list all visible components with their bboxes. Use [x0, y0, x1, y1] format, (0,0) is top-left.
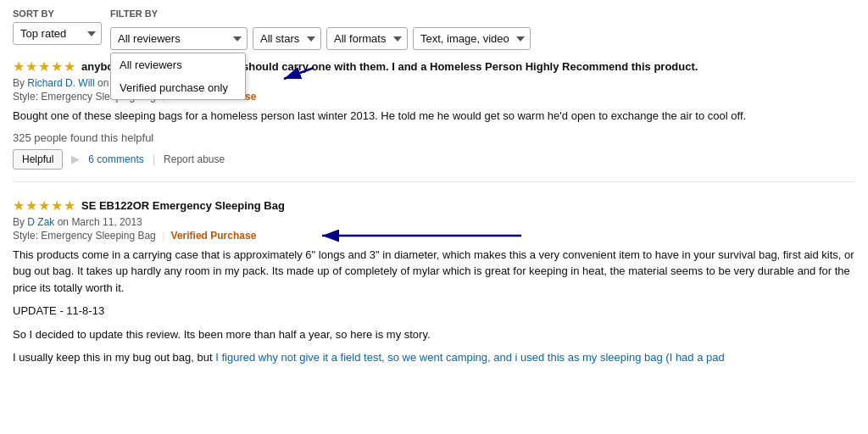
pipe2: | [162, 230, 164, 242]
review2-body1: This products come in a carrying case th… [13, 247, 855, 297]
review2-date: March 11, 2013 [71, 216, 142, 228]
stars-select[interactable]: All stars 5 star 4 star 3 star 2 star 1 … [253, 27, 321, 50]
separator1: ▶ [71, 153, 80, 165]
comments-link[interactable]: 6 comments [88, 153, 143, 165]
review1-actions: Helpful ▶ 6 comments | Report abuse [13, 149, 855, 170]
review2-author: D Zak [27, 216, 54, 228]
filter-label: FILTER BY [110, 8, 158, 19]
controls-row: SORT BY Top rated Most recent Most helpf… [13, 8, 855, 50]
review1-stars: ★★★★★ [13, 58, 76, 75]
review2-style-label: Style: [13, 230, 38, 242]
review2-body4-link-text: I figured why not give it a field test, … [215, 351, 725, 364]
sort-label: SORT BY [13, 8, 102, 19]
page-wrapper: SORT BY Top rated Most recent Most helpf… [0, 0, 868, 409]
review1-helpful-count: 325 people found this helpful [13, 131, 855, 144]
review2-style-value: Emergency Sleeping Bag [41, 230, 155, 242]
review2-body3: So I decided to update this review. Its … [13, 326, 855, 343]
media-dropdown-wrapper: Text, image, video Text only Image only … [413, 27, 531, 50]
review1-body: Bought one of these sleeping bags for a … [13, 108, 855, 125]
menu-item-all-reviewers[interactable]: All reviewers [111, 53, 245, 76]
review2-stars: ★★★★★ [13, 198, 76, 214]
reviewers-select[interactable]: All reviewers Verified purchase only [110, 27, 248, 50]
formats-dropdown-wrapper: All formats [326, 27, 408, 50]
sort-dropdown-wrapper: Top rated Most recent Most helpful [13, 22, 102, 45]
review2-meta: By D Zak on March 11, 2013 [13, 216, 855, 228]
reviewers-dropdown-menu: All reviewers Verified purchase only [110, 53, 246, 100]
comments-count: 6 comments [88, 153, 143, 165]
review2-title-row: ★★★★★ SE EB122OR Emergency Sleeping Bag [13, 198, 855, 214]
helpful-button[interactable]: Helpful [13, 149, 63, 170]
review1-author: Richard D. Will [27, 77, 94, 89]
sort-select[interactable]: Top rated Most recent Most helpful [13, 22, 102, 45]
reviews-section: ★★★★★ anybody that travels outdoors shou… [13, 58, 855, 385]
filter-dropdowns: All reviewers Verified purchase only All… [110, 27, 531, 50]
review2-body4-text: I usually keep this in my bug out bag, b… [13, 351, 215, 364]
review2-style-row: Style: Emergency Sleeping Bag | Verified… [13, 230, 855, 242]
report-abuse-link[interactable]: Report abuse [164, 153, 225, 165]
formats-select[interactable]: All formats [326, 27, 408, 50]
review2-body2: UPDATE - 11-8-13 [13, 303, 855, 320]
review-item: ★★★★★ SE EB122OR Emergency Sleeping Bag … [13, 198, 855, 385]
separator2: | [153, 153, 155, 165]
review1-author-link[interactable]: Richard D. Will [27, 77, 94, 89]
stars-dropdown-wrapper: All stars 5 star 4 star 3 star 2 star 1 … [253, 27, 321, 50]
reviewers-dropdown-wrapper: All reviewers Verified purchase only All… [110, 27, 248, 50]
review2-author-link[interactable]: D Zak [27, 216, 54, 228]
filter-section: FILTER BY All reviewers Verified purchas… [110, 8, 531, 50]
review1-style-label: Style: [13, 91, 38, 103]
review2-body4: I usually keep this in my bug out bag, b… [13, 349, 855, 366]
menu-item-verified-purchase[interactable]: Verified purchase only [111, 76, 245, 99]
sort-section: SORT BY Top rated Most recent Most helpf… [13, 8, 102, 45]
media-select[interactable]: Text, image, video Text only Image only … [413, 27, 531, 50]
arrow2-annotation [182, 228, 538, 245]
review2-title: SE EB122OR Emergency Sleeping Bag [81, 199, 285, 212]
